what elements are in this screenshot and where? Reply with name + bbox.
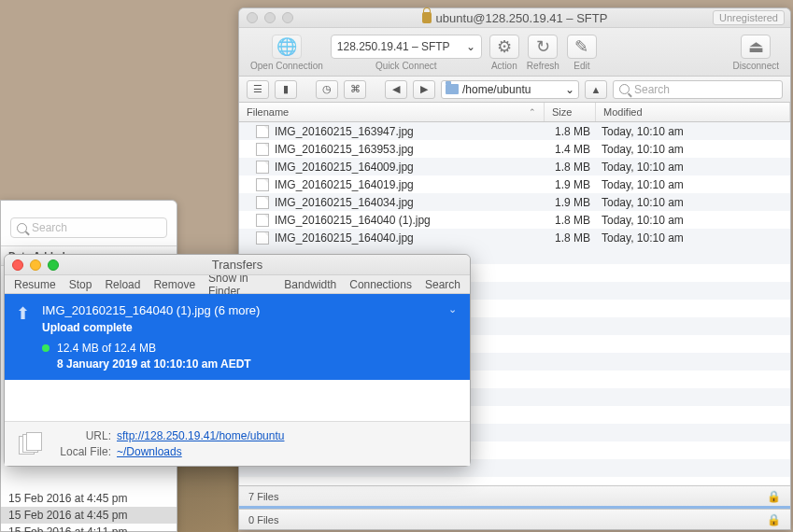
search-button[interactable]: Search xyxy=(425,278,460,291)
file-size: 1.8 MB xyxy=(545,161,596,174)
window-controls xyxy=(247,12,293,23)
disconnect-label: Disconnect xyxy=(733,61,779,71)
expand-icon[interactable]: ⌄ xyxy=(448,303,457,315)
file-name: IMG_20160215_164034.jpg xyxy=(275,196,414,209)
globe-plus-icon: 🌐 xyxy=(276,36,297,57)
status-bar-local: 0 Files 🔒 xyxy=(239,509,790,529)
toolbar: 🌐 Open Connection 128.250.19.41 – SFTP ⌄… xyxy=(239,28,790,77)
path-value: /home/ubuntu xyxy=(462,83,531,96)
finder-row[interactable]: 15 Feb 2016 at 4:45 pm xyxy=(1,507,177,524)
file-icon xyxy=(256,143,269,156)
open-connection-button[interactable]: 🌐 Open Connection xyxy=(250,35,323,71)
file-size: 1.8 MB xyxy=(545,214,596,227)
local-file-label: Local File: xyxy=(53,445,111,458)
file-size: 1.4 MB xyxy=(545,143,596,156)
refresh-button[interactable]: ↻ Refresh xyxy=(527,35,559,71)
finder-row[interactable]: 15 Feb 2016 at 4:45 pm xyxy=(1,490,177,507)
file-modified: Today, 10:10 am xyxy=(596,214,790,227)
close-icon[interactable] xyxy=(247,12,258,23)
file-name: IMG_20160215_164019.jpg xyxy=(275,178,414,191)
search-input[interactable]: Search xyxy=(613,80,783,99)
unregistered-badge[interactable]: Unregistered xyxy=(713,10,785,25)
column-filename[interactable]: Filename ⌃ xyxy=(239,103,545,121)
file-modified: Today, 10:10 am xyxy=(596,231,790,245)
search-icon xyxy=(17,223,27,233)
table-row[interactable]: IMG_20160215_164034.jpg1.9 MBToday, 10:1… xyxy=(239,193,790,211)
nav-forward-button[interactable]: ▶ xyxy=(413,80,435,99)
file-name: IMG_20160215_163947.jpg xyxy=(275,125,414,138)
reload-button[interactable]: Reload xyxy=(105,278,140,291)
transfer-filename: IMG_20160215_164040 (1).jpg (6 more) xyxy=(42,303,459,317)
remove-button[interactable]: Remove xyxy=(153,278,195,291)
navbar: ☰ ▮ ◷ ⌘ ◀ ▶ /home/ubuntu ⌄ ▲ Search xyxy=(239,77,790,103)
view-list-button[interactable]: ☰ xyxy=(247,80,269,99)
path-dropdown[interactable]: /home/ubuntu ⌄ xyxy=(441,80,579,99)
file-icon xyxy=(256,178,269,191)
status-dot-icon xyxy=(42,344,50,352)
table-row[interactable]: IMG_20160215_163953.jpg1.4 MBToday, 10:1… xyxy=(239,140,790,158)
local-file-link[interactable]: ~/Downloads xyxy=(117,445,182,458)
file-modified: Today, 10:10 am xyxy=(596,125,790,138)
open-connection-label: Open Connection xyxy=(250,61,323,71)
column-headers: Filename ⌃ Size Modified xyxy=(239,103,790,122)
status-bar-remote: 7 Files 🔒 xyxy=(239,485,790,506)
transfers-toolbar: Resume Stop Reload Remove Show in Finder… xyxy=(5,275,470,294)
titlebar[interactable]: ubuntu@128.250.19.41 – SFTP Unregistered xyxy=(239,8,790,28)
lock-icon xyxy=(422,12,432,23)
chevron-down-icon: ⌄ xyxy=(466,40,475,53)
file-icon xyxy=(256,214,269,227)
sort-ascending-icon: ⌃ xyxy=(529,107,536,117)
upload-icon: ⬆ xyxy=(16,303,30,324)
gear-icon: ⚙ xyxy=(497,36,512,57)
nav-up-button[interactable]: ▲ xyxy=(585,80,607,99)
table-row[interactable]: IMG_20160215_164019.jpg1.9 MBToday, 10:1… xyxy=(239,175,790,193)
url-link[interactable]: sftp://128.250.19.41/home/ubuntu xyxy=(117,429,284,442)
table-row[interactable]: IMG_20160215_164009.jpg1.8 MBToday, 10:1… xyxy=(239,158,790,175)
file-name: IMG_20160215_164009.jpg xyxy=(275,161,414,174)
status-file-count: 0 Files xyxy=(248,514,278,525)
refresh-label: Refresh xyxy=(527,61,559,71)
disconnect-button[interactable]: ⏏ Disconnect xyxy=(733,35,779,71)
file-name: IMG_20160215_164040 (1).jpg xyxy=(275,214,431,227)
view-column-button[interactable]: ▮ xyxy=(275,80,297,99)
finder-row[interactable]: 15 Feb 2016 at 4:11 pm xyxy=(1,524,177,532)
table-row[interactable]: IMG_20160215_163947.jpg1.8 MBToday, 10:1… xyxy=(239,122,790,140)
file-icon xyxy=(256,231,269,245)
transfer-status: Upload complete xyxy=(42,321,459,334)
folder-icon xyxy=(446,84,459,94)
connections-button[interactable]: Connections xyxy=(349,278,412,291)
history-button[interactable]: ◷ xyxy=(316,80,338,99)
transfer-progress: 12.4 MB of 12.4 MB xyxy=(57,342,156,355)
minimize-icon[interactable] xyxy=(264,12,276,23)
chevron-down-icon: ⌄ xyxy=(565,83,574,96)
url-label: URL: xyxy=(53,429,111,442)
file-icon xyxy=(256,125,269,138)
file-modified: Today, 10:10 am xyxy=(596,196,790,209)
action-button[interactable]: ⚙ Action xyxy=(489,35,519,71)
lock-icon: 🔒 xyxy=(767,490,781,503)
file-name: IMG_20160215_163953.jpg xyxy=(275,143,414,156)
search-placeholder: Search xyxy=(634,83,670,96)
eject-icon: ⏏ xyxy=(748,36,764,57)
stop-button[interactable]: Stop xyxy=(69,278,92,291)
file-size: 1.8 MB xyxy=(545,125,596,138)
file-modified: Today, 10:10 am xyxy=(596,143,790,156)
quick-connect-value: 128.250.19.41 – SFTP xyxy=(337,40,450,53)
column-modified[interactable]: Modified xyxy=(596,103,790,121)
quick-connect-dropdown[interactable]: 128.250.19.41 – SFTP ⌄ Quick Connect xyxy=(331,35,482,71)
table-row[interactable]: IMG_20160215_164040.jpg1.8 MBToday, 10:1… xyxy=(239,229,790,246)
bandwidth-button[interactable]: Bandwidth xyxy=(284,278,336,291)
quick-connect-label: Quick Connect xyxy=(375,61,437,71)
table-row[interactable]: IMG_20160215_164040 (1).jpg1.8 MBToday, … xyxy=(239,211,790,229)
zoom-icon[interactable] xyxy=(282,12,293,23)
column-size[interactable]: Size xyxy=(545,103,596,121)
resume-button[interactable]: Resume xyxy=(14,278,56,291)
titlebar[interactable]: Transfers xyxy=(5,255,470,275)
edit-button[interactable]: ✎ Edit xyxy=(567,35,597,71)
file-size: 1.9 MB xyxy=(545,196,596,209)
nav-back-button[interactable]: ◀ xyxy=(385,80,407,99)
edit-label: Edit xyxy=(574,61,589,71)
transfer-item[interactable]: ⬆ ⌄ IMG_20160215_164040 (1).jpg (6 more)… xyxy=(5,294,470,380)
bonjour-button[interactable]: ⌘ xyxy=(344,80,366,99)
finder-search-input[interactable]: Search xyxy=(10,217,167,238)
